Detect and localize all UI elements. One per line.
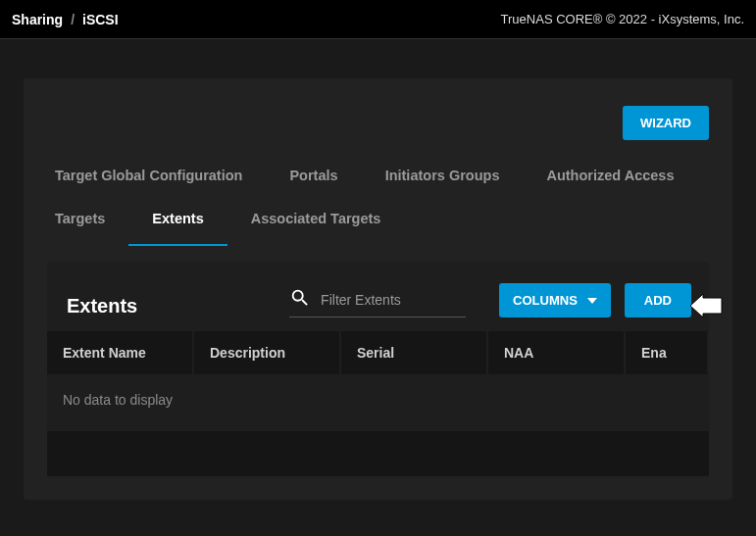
- tab-bar: Target Global Configuration Portals Init…: [47, 160, 709, 234]
- table-empty-text: No data to display: [47, 374, 709, 425]
- col-extent-name[interactable]: Extent Name: [47, 331, 194, 374]
- tab-targets[interactable]: Targets: [55, 203, 105, 234]
- add-button[interactable]: ADD: [625, 283, 691, 317]
- table-header-row: Extent Name Description Serial NAA Ena: [47, 331, 709, 374]
- arrow-left-icon: [689, 293, 723, 322]
- table-footer: [47, 431, 709, 476]
- tab-portals[interactable]: Portals: [289, 160, 337, 191]
- tab-extents[interactable]: Extents: [152, 203, 203, 234]
- columns-button-label: COLUMNS: [513, 293, 578, 308]
- col-enabled[interactable]: Ena: [626, 331, 709, 374]
- top-bar: Sharing / iSCSI TrueNAS CORE® © 2022 - i…: [0, 0, 756, 39]
- col-naa[interactable]: NAA: [488, 331, 626, 374]
- section-title: Extents: [65, 295, 137, 317]
- main-card: WIZARD Target Global Configuration Porta…: [24, 78, 732, 500]
- extents-table: Extent Name Description Serial NAA Ena N…: [47, 331, 709, 476]
- filter-input[interactable]: [321, 292, 458, 308]
- breadcrumb-current: iSCSI: [82, 12, 119, 27]
- breadcrumb-separator: /: [71, 12, 75, 27]
- filter-field[interactable]: [289, 287, 466, 317]
- extents-panel: Extents COLUMNS ADD Extent: [47, 262, 709, 476]
- col-serial[interactable]: Serial: [341, 331, 488, 374]
- tab-initiators[interactable]: Initiators Groups: [385, 160, 500, 191]
- tab-associated[interactable]: Associated Targets: [251, 203, 381, 234]
- breadcrumb-root[interactable]: Sharing: [12, 12, 63, 27]
- chevron-down-icon: [587, 298, 597, 304]
- col-description[interactable]: Description: [194, 331, 341, 374]
- breadcrumb: Sharing / iSCSI: [12, 12, 119, 27]
- search-icon: [289, 287, 311, 313]
- copyright-text: TrueNAS CORE® © 2022 - iXsystems, Inc.: [501, 12, 744, 26]
- wizard-button[interactable]: WIZARD: [623, 106, 709, 140]
- columns-button[interactable]: COLUMNS: [499, 283, 611, 317]
- tab-global-config[interactable]: Target Global Configuration: [55, 160, 242, 191]
- tab-authorized[interactable]: Authorized Access: [546, 160, 674, 191]
